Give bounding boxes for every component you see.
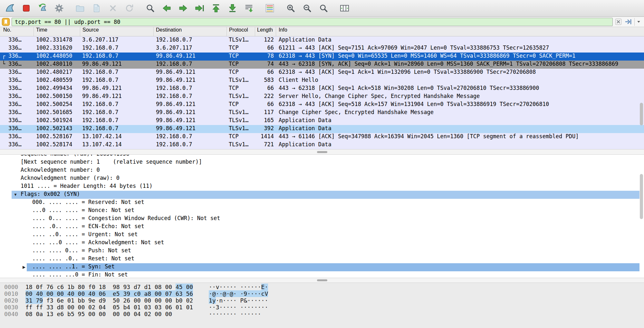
hex-row[interactable]: 002031 79 f3 6e 01 bb 9e d9 50 26 00 00 … [0,297,644,304]
colorize-lines-icon [265,3,275,13]
cell-length: 222 [255,93,276,101]
details-splitter[interactable] [0,149,644,155]
packet-row[interactable]: 336…1002.331620192.168.0.73.6.207.117TCP… [0,44,644,53]
zoom-in-icon [286,3,296,13]
detail-row[interactable]: .... .0.. .... = ECN-Echo: Not set [0,223,644,231]
cell-time: 1002.480217 [34,69,80,77]
auto-scroll-button[interactable] [242,1,256,16]
cell-no: 336… [7,133,34,141]
reload-icon [124,3,134,13]
cell-destination: 192.168.0.7 [154,93,227,101]
packet-row[interactable]: 336…1002.50015099.86.49.121192.168.0.7TL… [0,93,644,101]
conversation-mark [0,93,7,101]
filter-clear-button[interactable] [614,18,623,26]
go-to-packet-button[interactable] [192,1,207,16]
capture-options-button[interactable] [52,1,66,16]
packet-row[interactable]: 336…1002.52816713.107.42.14192.168.0.7TC… [0,133,644,141]
go-forward-button[interactable] [176,1,190,16]
detail-text: .... .0.. .... = ECN-Echo: Not set [32,223,144,229]
detail-text: .... .... .0.. = Reset: Not set [32,255,134,262]
hex-bytes: 08 0a 13 e6 b5 95 00 00 00 00 04 02 00 0… [25,311,172,317]
cell-protocol: TCP [227,85,255,93]
find-packet-button[interactable] [143,1,157,16]
detail-row[interactable]: .... .... 0... = Push: Not set [0,247,644,255]
cell-info: Application Data [276,36,644,44]
stop-capture-button[interactable] [19,1,33,16]
packet-row[interactable]: 336…1002.480559192.168.0.799.86.49.121TL… [0,77,644,85]
hex-row[interactable]: 001000 40 00 00 40 00 40 06 e5 39 c0 a8 … [0,290,644,297]
detail-row[interactable]: Acknowledgment number (raw): 0 [0,175,644,183]
detail-row[interactable]: ▼Flags: 0x002 (SYN) [0,191,644,199]
detail-row[interactable]: .... .... ...0 = Fin: Not set [0,271,644,278]
column-header-source[interactable]: Source [80,27,154,36]
cell-no: 336… [7,44,34,53]
column-header-time[interactable]: Time [34,27,80,36]
go-back-button[interactable] [159,1,174,16]
detail-row[interactable]: 000. .... .... = Reserved: Not set [0,199,644,207]
display-filter-input[interactable]: tcp.port == 80 || udp.port == 80 [12,18,613,26]
hex-row[interactable]: 004008 0a 13 e6 b5 95 00 00 00 00 04 02 … [0,311,644,317]
packet-row[interactable]: 336…1002.480217192.168.0.799.86.49.121TC… [0,69,644,77]
restart-capture-button[interactable] [35,1,50,16]
column-header-destination[interactable]: Destination [154,27,227,36]
hex-offset: 0040 [4,311,18,317]
packet-row[interactable]: ┌336…1002.448050192.168.0.799.86.49.121T… [0,53,644,61]
zoom-in-button[interactable] [284,1,298,16]
detail-row[interactable]: Acknowledgment number: 0 [0,167,644,175]
zoom-reset-button[interactable] [316,1,331,16]
packet-row[interactable]: 336…1002.52817413.107.42.14192.168.0.7TL… [0,141,644,149]
detail-row[interactable]: ▶.... .... ..1. = Syn: Set [0,263,644,271]
cell-source: 192.168.0.7 [80,101,154,109]
conversation-mark [0,85,7,93]
column-header-length[interactable]: Length [255,27,276,36]
filter-dropdown-button[interactable] [634,18,642,26]
detail-row[interactable]: ...0 .... .... = Nonce: Not set [0,207,644,215]
detail-row[interactable]: .... .... .0.. = Reset: Not set [0,255,644,263]
packet-list-body: 336…1002.3314783.6.207.117192.168.0.7TLS… [0,36,644,149]
packet-row[interactable]: 336…1002.3314783.6.207.117192.168.0.7TLS… [0,36,644,44]
expand-icon[interactable]: ▶ [23,263,25,271]
column-header-no[interactable]: No. [0,27,34,36]
packet-details-scrollbar[interactable] [640,174,643,219]
cell-source: 192.168.0.7 [80,77,154,85]
packet-row[interactable]: 336…1002.501924192.168.0.799.86.49.121TL… [0,117,644,125]
shark-fin-icon [5,3,15,13]
cell-length: 66 [255,44,276,53]
detail-row[interactable]: [Next sequence number: 1 (relative seque… [0,159,644,167]
detail-row[interactable]: .... ...0 .... = Acknowledgment: Not set [0,239,644,247]
filter-apply-button[interactable] [624,18,633,26]
cell-time: 1002.499434 [34,85,80,93]
packet-row[interactable]: └336…1002.48011099.86.49.121192.168.0.7T… [0,61,644,69]
column-header-info[interactable]: Info [276,27,644,36]
hex-splitter[interactable] [0,278,644,283]
zoom-out-button[interactable] [300,1,314,16]
packet-row[interactable]: 336…1002.49943499.86.49.121192.168.0.7TC… [0,85,644,93]
packet-row[interactable]: 336…1002.500254192.168.0.799.86.49.121TC… [0,101,644,109]
detail-row[interactable]: Sequence number (raw): 2665041958 [0,155,644,159]
go-last-packet-button[interactable] [225,1,239,16]
packet-row[interactable]: 336…1002.502143192.168.0.799.86.49.121TL… [0,125,644,133]
detail-row[interactable]: .... ..0. .... = Urgent: Not set [0,231,644,239]
resize-columns-button[interactable] [337,1,351,16]
filter-bar: tcp.port == 80 || udp.port == 80 [0,17,644,27]
detail-row[interactable]: .... 0... .... = Congestion Window Reduc… [0,215,644,223]
column-header-protocol[interactable]: Protocol [227,27,255,36]
packet-row[interactable]: 336…1002.501685192.168.0.799.86.49.121TL… [0,109,644,117]
cell-source: 192.168.0.7 [80,69,154,77]
cell-protocol: TLSv1… [227,36,255,44]
go-first-packet-button[interactable] [209,1,223,16]
cell-no: 336… [7,109,34,117]
arrow-bottom-icon [227,3,237,13]
detail-row[interactable]: 1011 .... = Header Length: 44 bytes (11) [0,183,644,191]
hex-row[interactable]: 000018 0f 76 c6 1b 80 f0 18 98 93 d7 d1 … [0,284,644,290]
start-capture-button[interactable] [3,1,17,16]
detail-text: .... .... ..1. = Syn: Set [32,263,115,270]
filter-bookmark-button[interactable] [2,18,10,26]
cell-source: 192.168.0.7 [80,44,154,53]
cell-destination: 192.168.0.7 [154,85,227,93]
packet-list-scrollbar[interactable] [640,103,643,125]
hex-row[interactable]: 0030ff ff 33 d8 00 00 02 04 05 b4 01 03 … [0,304,644,311]
collapse-icon[interactable]: ▼ [14,191,17,199]
colorize-packets-button[interactable] [263,1,277,16]
cell-info: Change Cipher Spec, Encrypted Handshake … [276,109,644,117]
